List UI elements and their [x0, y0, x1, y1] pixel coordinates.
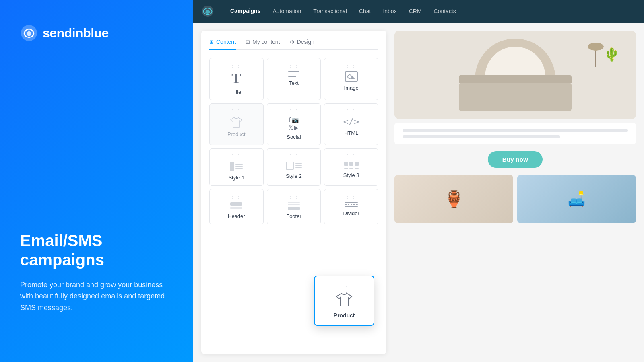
- grid-item-image[interactable]: Image: [324, 58, 378, 100]
- grid-item-product[interactable]: Product: [209, 103, 264, 145]
- logo-area: sendinblue: [20, 24, 173, 42]
- buy-now-row: Buy now: [394, 148, 636, 171]
- text-icon: [288, 71, 299, 77]
- headline: Email/SMS campaigns: [20, 231, 173, 269]
- grid-item-title[interactable]: T Title: [209, 58, 264, 100]
- vase-image: 🏺: [394, 175, 513, 223]
- floating-product-card[interactable]: ⋮⋮ Product: [314, 276, 374, 326]
- tabs: ⊞ Content ⊡ My content ⚙ Design: [209, 39, 378, 50]
- grid-icon: ⊞: [209, 39, 214, 45]
- divider-label: Divider: [343, 210, 359, 216]
- sendinblue-logo-icon: [20, 24, 38, 42]
- product-card-sofa: 🛋️: [517, 175, 636, 223]
- left-content: Email/SMS campaigns Promote your brand a…: [20, 231, 173, 338]
- product-card-vase: 🏺: [394, 175, 513, 223]
- style2-label: Style 2: [286, 173, 302, 179]
- sofa-image: 🛋️: [517, 175, 636, 223]
- product-shirt-icon: [230, 117, 243, 128]
- text-line-1: [402, 129, 628, 132]
- text-label: Text: [289, 80, 299, 86]
- title-icon: T: [231, 71, 241, 86]
- style1-label: Style 1: [228, 175, 244, 181]
- grid-item-style1[interactable]: Style 1: [209, 148, 264, 186]
- drag-handle: [288, 63, 300, 68]
- tab-my-content[interactable]: ⊡ My content: [246, 39, 280, 50]
- floating-product-label: Product: [334, 312, 355, 319]
- grid-item-footer[interactable]: Footer: [267, 189, 321, 224]
- title-label: Title: [231, 89, 241, 95]
- grid-item-social[interactable]: f📷 𝕏▶ Social: [267, 103, 321, 145]
- nav-crm[interactable]: CRM: [409, 6, 422, 16]
- drag-handle: [288, 154, 300, 158]
- footer-label: Footer: [286, 213, 301, 219]
- style3-label: Style 3: [343, 172, 359, 178]
- drag-handle: [345, 109, 357, 113]
- top-nav: Campaigns Automation Transactional Chat …: [193, 0, 644, 23]
- nav-chat[interactable]: Chat: [359, 6, 371, 16]
- lamp-element: [588, 43, 604, 67]
- drag-handle: [230, 109, 242, 113]
- grid-item-style2[interactable]: Style 2: [267, 148, 321, 186]
- grid-item-divider[interactable]: Divider: [324, 189, 378, 224]
- nav-transactional[interactable]: Transactional: [313, 6, 347, 16]
- nav-logo-icon: [201, 5, 214, 18]
- style2-icon: [286, 162, 302, 170]
- buy-now-button[interactable]: Buy now: [488, 151, 543, 168]
- tab-design[interactable]: ⚙ Design: [290, 39, 315, 50]
- image-label: Image: [344, 85, 359, 91]
- room-photo: 🌵: [394, 31, 636, 119]
- grid-item-header[interactable]: Header: [209, 189, 264, 224]
- room-photo-inner: 🌵: [394, 31, 636, 119]
- right-panel: Campaigns Automation Transactional Chat …: [193, 0, 644, 362]
- grid-item-text[interactable]: Text: [267, 58, 321, 100]
- style1-icon: [230, 162, 243, 171]
- cactus-element: 🌵: [604, 47, 620, 62]
- grid-item-html[interactable]: </> HTML: [324, 103, 378, 145]
- html-icon: </>: [343, 117, 359, 127]
- preview-panel: 🌵 Buy now 🏺 🛋: [386, 31, 636, 354]
- nav-automation[interactable]: Automation: [272, 6, 301, 16]
- gear-tab-icon: ⚙: [290, 39, 295, 45]
- text-lines-block: [394, 123, 636, 144]
- header-icon: [230, 202, 242, 210]
- drag-handle: [345, 154, 357, 158]
- floating-shirt-icon: [335, 292, 353, 307]
- product-label: Product: [227, 131, 246, 137]
- divider-icon: [345, 202, 358, 207]
- grid-item-style3[interactable]: Style 3: [324, 148, 378, 186]
- items-grid: T Title Text Image: [209, 58, 378, 224]
- drag-handle: [230, 194, 242, 199]
- products-row: 🏺 🛋️: [394, 175, 636, 223]
- subtext: Promote your brand and grow your busines…: [20, 279, 173, 314]
- folder-icon: ⊡: [246, 39, 250, 45]
- logo-text: sendinblue: [43, 26, 109, 41]
- drag-handle: [345, 194, 357, 199]
- html-label: HTML: [344, 130, 358, 136]
- drag-handle: [288, 194, 300, 199]
- drag-handle: [230, 154, 242, 158]
- left-panel: sendinblue Email/SMS campaigns Promote y…: [0, 0, 193, 362]
- tab-content[interactable]: ⊞ Content: [209, 39, 236, 50]
- sofa-element: [459, 83, 572, 111]
- footer-icon: [288, 202, 300, 210]
- header-label: Header: [228, 213, 245, 219]
- widget-panel: ⊞ Content ⊡ My content ⚙ Design T: [201, 31, 386, 354]
- social-label: Social: [287, 134, 301, 140]
- nav-campaigns[interactable]: Campaigns: [230, 6, 260, 16]
- nav-contacts[interactable]: Contacts: [434, 6, 456, 16]
- preview-content: 🌵 Buy now 🏺 🛋: [394, 31, 636, 354]
- drag-handle: [345, 63, 357, 68]
- main-area: ⊞ Content ⊡ My content ⚙ Design T: [193, 23, 644, 362]
- drag-handle: [230, 63, 242, 68]
- floating-drag-handle: ⋮⋮: [339, 283, 349, 287]
- social-icon: f📷 𝕏▶: [287, 117, 301, 131]
- text-line-2: [402, 135, 560, 138]
- style3-icon: [344, 162, 359, 169]
- drag-handle: [288, 109, 300, 113]
- nav-inbox[interactable]: Inbox: [383, 6, 396, 16]
- image-icon: [345, 71, 358, 82]
